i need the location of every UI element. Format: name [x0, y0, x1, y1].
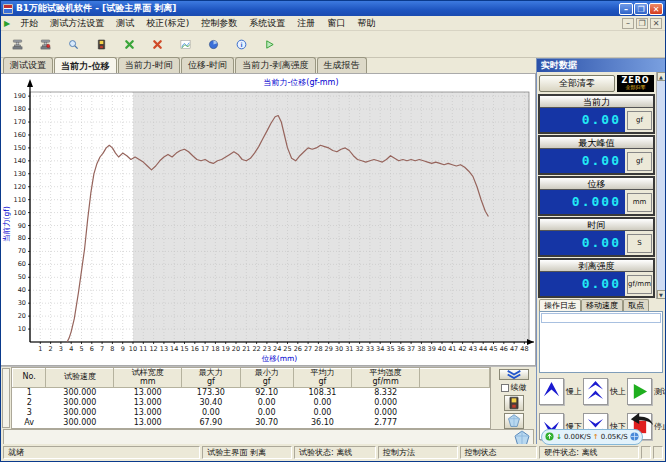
status-blank-1 — [653, 446, 663, 459]
jog-stop-label: 停止 — [654, 421, 666, 432]
metric-current-force: 当前力0.00gf — [538, 94, 655, 134]
svg-text:18: 18 — [211, 345, 219, 353]
log-tab-操作日志[interactable]: 操作日志 — [539, 299, 581, 311]
toolbar-machine-icon[interactable] — [5, 32, 30, 56]
svg-text:33: 33 — [366, 345, 374, 353]
svg-text:15: 15 — [180, 345, 188, 353]
metric-max-peak: 最大峰值0.00gf — [538, 135, 655, 175]
svg-text:39: 39 — [428, 345, 436, 353]
toolbar-green-x-icon[interactable] — [117, 32, 142, 56]
cell-1-4: 0.00 — [240, 398, 293, 408]
svg-text:7: 7 — [100, 345, 104, 353]
svg-text:60: 60 — [18, 260, 26, 268]
toolbar-magnifier-icon[interactable] — [61, 32, 86, 56]
log-tab-移动速度[interactable]: 移动速度 — [581, 299, 623, 311]
cell-3-3: 67.90 — [182, 418, 241, 428]
jog-fast-up-button[interactable] — [583, 378, 608, 405]
red-x-icon — [152, 34, 163, 55]
gem-button[interactable] — [504, 413, 524, 429]
cell-0-5: 108.31 — [293, 387, 352, 398]
tab-当前力-剥离强度[interactable]: 当前力-剥离强度 — [235, 57, 315, 73]
table-row[interactable]: 1300.00013.000173.3092.10108.318.332 — [13, 387, 490, 398]
tab-当前力-位移[interactable]: 当前力-位移 — [54, 57, 117, 74]
menu-item-4[interactable]: 控制参数 — [195, 17, 243, 30]
log-area[interactable] — [539, 311, 663, 373]
child-restore-button[interactable]: ❐ — [636, 18, 648, 29]
svg-text:25: 25 — [283, 345, 291, 353]
cell-2-1: 300.000 — [46, 408, 114, 418]
svg-text:130: 130 — [14, 170, 26, 178]
zero-badge[interactable]: ZERO 全部归零 — [617, 75, 654, 92]
cell-1-1: 300.000 — [46, 398, 114, 408]
results-table-wrap: No.试验速度试样宽度mm最大力gf最小力gf平均力gf平均强度gf/mm130… — [11, 367, 491, 429]
svg-text:21: 21 — [242, 345, 250, 353]
gem-icon[interactable] — [513, 430, 531, 445]
cell-0-4: 92.10 — [240, 387, 293, 398]
svg-text:46: 46 — [500, 345, 508, 353]
tab-当前力-时间[interactable]: 当前力-时间 — [118, 57, 180, 73]
svg-text:13: 13 — [160, 345, 168, 353]
metric-displacement: 位移0.000mm — [538, 176, 655, 216]
toolbar-curves-icon[interactable] — [173, 32, 198, 56]
menu-item-7[interactable]: 窗口 — [321, 17, 351, 30]
toolbar-machine-offline-icon[interactable] — [33, 32, 58, 56]
continue-checkbox[interactable]: 续做 — [501, 382, 527, 393]
svg-text:23: 23 — [263, 345, 271, 353]
toolbar-info-icon[interactable]: i — [229, 32, 254, 56]
close-button[interactable]: ✕ — [649, 3, 663, 15]
cell-2-5: 0.00 — [293, 408, 352, 418]
save-icon — [96, 34, 107, 55]
table-row[interactable]: 2300.00013.00030.400.000.000.000 — [13, 398, 490, 408]
svg-text:5: 5 — [79, 345, 83, 353]
log-tab-取点[interactable]: 取点 — [623, 299, 649, 311]
jog-slow-up-label: 慢上 — [566, 386, 582, 397]
jog-slow-up-button[interactable] — [539, 378, 564, 405]
tab-测试设置[interactable]: 测试设置 — [3, 57, 53, 73]
tab-位移-时间[interactable]: 位移-时间 — [181, 57, 234, 73]
menu-item-5[interactable]: 系统设置 — [243, 17, 291, 30]
toolbar-red-x-icon[interactable] — [145, 32, 170, 56]
jog-test-button[interactable] — [627, 378, 652, 405]
svg-text:22: 22 — [252, 345, 260, 353]
menu-item-8[interactable]: 帮助 — [351, 17, 381, 30]
svg-text:37: 37 — [407, 345, 415, 353]
tab-生成报告[interactable]: 生成报告 — [317, 57, 367, 73]
cell-0-0: 1 — [13, 387, 46, 398]
col-header-5: 平均力gf — [293, 369, 352, 388]
menu-item-1[interactable]: 测试方法设置 — [44, 17, 110, 30]
svg-text:4: 4 — [69, 345, 73, 353]
col-header-4: 最小力gf — [240, 369, 293, 388]
toolbar-save-icon[interactable] — [89, 32, 114, 56]
child-close-button[interactable]: ✕ — [650, 18, 662, 29]
collapse-table-button[interactable] — [499, 369, 529, 380]
toolbar-pie-chart-icon[interactable] — [201, 32, 226, 56]
menu-item-3[interactable]: 校正(标定) — [140, 17, 195, 30]
realtime-scrollbar[interactable]: ▲ ▼ — [656, 72, 665, 299]
metric-time: 时间0.00S — [538, 217, 655, 257]
start-icon — [264, 34, 275, 55]
restore-button[interactable]: ❐ — [634, 3, 648, 15]
scroll-down-icon[interactable]: ▼ — [657, 290, 666, 299]
metric-time-unit: S — [627, 234, 652, 253]
menu-item-6[interactable]: 注册 — [291, 17, 321, 30]
scroll-up-icon[interactable]: ▲ — [657, 72, 666, 81]
chart-panel: 1234567891011121314151617181920212223242… — [1, 73, 536, 366]
zero-all-button[interactable]: 全部清零 — [539, 75, 615, 92]
child-minimize-button[interactable]: – — [622, 18, 634, 29]
svg-text:41: 41 — [448, 345, 456, 353]
checkbox-box[interactable] — [501, 384, 509, 392]
status-blank-0 — [641, 446, 651, 459]
table-row[interactable]: Av300.00013.00067.9030.7036.102.777 — [13, 418, 490, 428]
cell-3-6: 2.777 — [352, 418, 420, 428]
minimize-button[interactable]: – — [619, 3, 633, 15]
undo-arrow-icon[interactable] — [629, 411, 655, 425]
svg-text:150: 150 — [14, 144, 26, 152]
table-row[interactable]: 3300.00013.0000.000.000.000.000 — [13, 408, 490, 418]
svg-text:43: 43 — [469, 345, 477, 353]
toolbar-start-icon[interactable] — [257, 32, 282, 56]
menu-item-2[interactable]: 测试 — [110, 17, 140, 30]
menu-item-0[interactable]: 开始 — [14, 17, 44, 30]
log-input[interactable] — [541, 313, 661, 323]
svg-text:12: 12 — [149, 345, 157, 353]
save-result-button[interactable] — [504, 395, 524, 411]
